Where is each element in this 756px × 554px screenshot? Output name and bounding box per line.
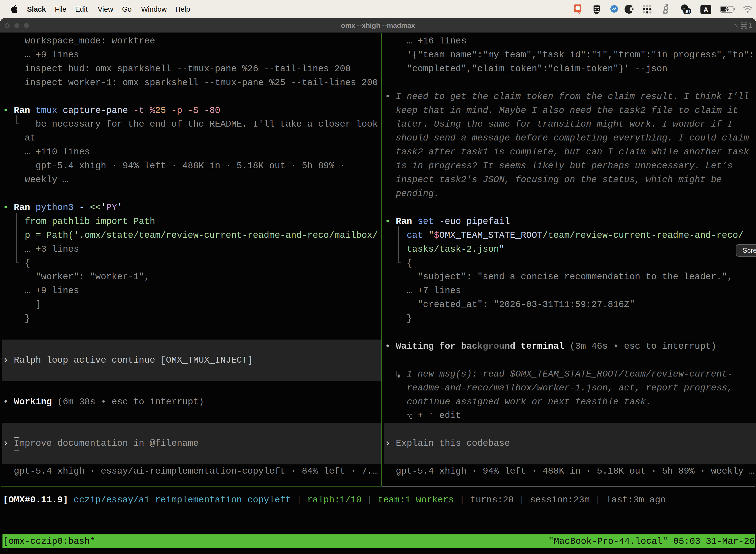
svg-text:A: A [704,6,708,13]
svg-text:..61: ..61 [683,9,691,14]
